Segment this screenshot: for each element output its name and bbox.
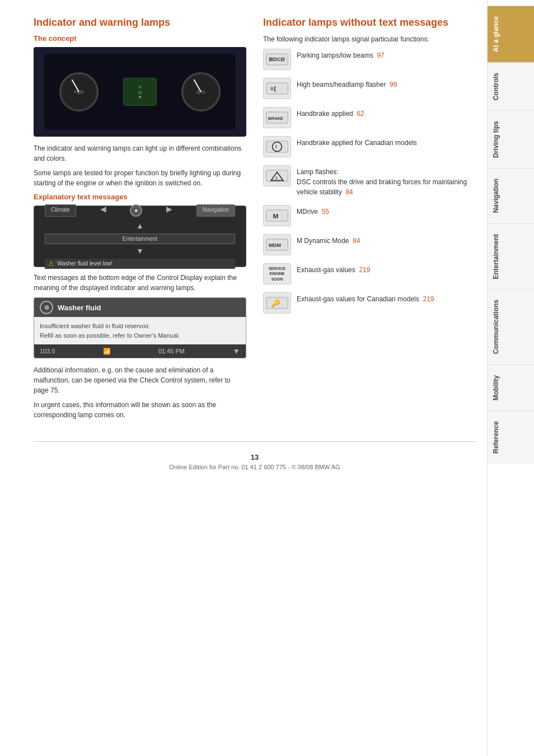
control-display-illustration: Climate ◀ ● ▶ Navigation ▲ Entertainment… — [34, 206, 246, 267]
brake-ref[interactable]: 62 — [357, 110, 364, 118]
indicator-item-service: SERVICEENGINESOON Exhaust-gas values 219 — [263, 263, 476, 284]
center-button: ● — [130, 204, 142, 217]
service-text: Exhaust-gas values 219 — [297, 263, 370, 275]
washer-line1: Insufficient washer fluid in fluid reser… — [40, 321, 240, 331]
washer-speed: 103.5 — [40, 348, 55, 354]
concept-subtitle: The concept — [34, 34, 246, 43]
exhaust-ca-text: Exhaust-gas values for Canadian models 2… — [297, 292, 434, 304]
parking-icon: ⊞DC⊟ — [263, 49, 291, 70]
right-intro: The following indicator lamps signal par… — [263, 34, 476, 44]
washer-time: 01:45 PM — [158, 348, 185, 354]
dashboard-illustration: mph ⊕ iD ▶ rpm — [34, 47, 246, 137]
left-section-title: Indicator and warning lamps — [34, 17, 246, 29]
left-arrow-icon: ◀ — [100, 204, 106, 217]
mdm-text: M Dynamic Mode 84 — [297, 234, 360, 246]
page-number: 13 — [34, 453, 476, 461]
footer-text: Online Edition for Part no. 01 41 2 600 … — [169, 464, 340, 470]
parking-ref[interactable]: 97 — [377, 52, 384, 59]
additional-body1: Additional information, e.g. on the caus… — [34, 365, 246, 395]
svg-rect-6 — [266, 141, 288, 152]
exhaust-ca-ref[interactable]: 219 — [423, 295, 434, 303]
indicator-item-dsc: ! Lamp flashes:DSC controls the drive an… — [263, 165, 476, 197]
right-arrow-icon: ▶ — [166, 204, 172, 217]
right-section-title: Indicator lamps without text messages — [263, 17, 476, 29]
svg-text:BRAKE: BRAKE — [268, 116, 283, 121]
sidebar-tab-at-a-glance[interactable]: At a glance — [488, 6, 534, 62]
dsc-ref[interactable]: 84 — [345, 188, 353, 196]
sidebar-tab-entertainment[interactable]: Entertainment — [488, 223, 534, 290]
highbeam-text: High beams/headlamp flasher 99 — [297, 78, 397, 90]
washer-line2: Refill as soon as possible, refer to Own… — [40, 331, 240, 340]
mdrive-text: MDrive 55 — [297, 205, 329, 217]
indicator-item-brake: BRAKE Handbrake applied 62 — [263, 107, 476, 128]
warning-text: Washer fluid level low! — [57, 260, 113, 267]
warning-triangle-icon: ⚠ — [48, 260, 54, 268]
svg-text:🔑: 🔑 — [271, 298, 280, 308]
svg-text:M: M — [273, 212, 278, 220]
sidebar-tab-navigation[interactable]: Navigation — [488, 168, 534, 223]
svg-rect-2 — [266, 83, 288, 94]
dsc-text: Lamp flashes:DSC controls the drive and … — [297, 165, 476, 197]
mdm-ref[interactable]: 84 — [353, 237, 360, 245]
svg-text:!: ! — [275, 144, 277, 150]
svg-text:!: ! — [275, 175, 277, 181]
brake-ca-icon: ! — [263, 136, 291, 157]
mdrive-icon: M — [263, 205, 291, 226]
signal-icon: 📶 — [103, 348, 111, 355]
indicator-item-mdm: MDM M Dynamic Mode 84 — [263, 234, 476, 255]
center-display: ⊕ iD ▶ — [123, 78, 157, 106]
page-75-link[interactable]: 75 — [50, 386, 58, 394]
display-body-text: Text messages at the bottom edge of the … — [34, 273, 246, 293]
washer-title: Washer fluid — [58, 304, 101, 312]
indicator-item-mdrive: M MDrive 55 — [263, 205, 476, 226]
dsc-icon: ! — [263, 165, 291, 186]
brake-icon: BRAKE — [263, 107, 291, 128]
sidebar-tab-mobility[interactable]: Mobility — [488, 365, 534, 410]
down-arrow-icon: ▼ — [136, 246, 144, 255]
right-gauge: rpm — [181, 72, 221, 111]
svg-text:⊞DC⊟: ⊞DC⊟ — [269, 57, 285, 62]
sidebar: At a glance Controls Driving tips Naviga… — [487, 0, 534, 756]
brake-text: Handbrake applied 62 — [297, 107, 364, 119]
exhaust-ca-icon: 🔑 — [263, 292, 291, 314]
climate-tab: Climate — [45, 204, 76, 217]
additional-body2: In urgent cases, this information will b… — [34, 400, 246, 420]
page-footer: 13 Online Edition for Part no. 01 41 2 6… — [34, 441, 476, 476]
brake-ca-text: Handbrake applied for Canadian models — [297, 136, 417, 148]
indicator-item-highbeam: ≡( High beams/headlamp flasher 99 — [263, 78, 476, 99]
up-arrow-icon: ▲ — [136, 221, 144, 230]
indicator-item-parking: ⊞DC⊟ Parking lamps/low beams 97 — [263, 49, 476, 70]
washer-fluid-box: ⚙ Washer fluid Insufficient washer fluid… — [34, 297, 246, 358]
concept-body2: Some lamps are tested for proper functio… — [34, 168, 246, 188]
entertainment-tab: Entertainment — [45, 234, 235, 244]
mdm-icon: MDM — [263, 234, 291, 255]
highbeam-ref[interactable]: 99 — [390, 81, 397, 88]
service-icon: SERVICEENGINESOON — [263, 263, 291, 284]
sidebar-tab-reference[interactable]: Reference — [488, 410, 534, 464]
highbeam-icon: ≡( — [263, 78, 291, 99]
footer-arrow-icon: ▼ — [232, 347, 240, 356]
concept-body1: The indicator and warning lamps can ligh… — [34, 143, 246, 164]
parking-text: Parking lamps/low beams 97 — [297, 49, 385, 60]
svg-text:≡(: ≡( — [270, 85, 276, 92]
washer-icon: ⚙ — [40, 301, 53, 314]
sidebar-tab-communications[interactable]: Communications — [488, 289, 534, 364]
navigation-tab: Navigation — [196, 204, 235, 217]
indicator-item-brake-ca: ! Handbrake applied for Canadian models — [263, 136, 476, 157]
sidebar-tab-driving-tips[interactable]: Driving tips — [488, 110, 534, 168]
mdrive-ref[interactable]: 55 — [322, 208, 329, 216]
svg-text:MDM: MDM — [269, 242, 281, 248]
left-gauge: mph — [59, 72, 99, 111]
service-ref[interactable]: 219 — [359, 266, 370, 274]
explanatory-subtitle: Explanatory text messages — [34, 193, 246, 201]
indicator-item-exhaust-ca: 🔑 Exhaust-gas values for Canadian models… — [263, 292, 476, 314]
sidebar-tab-controls[interactable]: Controls — [488, 62, 534, 110]
